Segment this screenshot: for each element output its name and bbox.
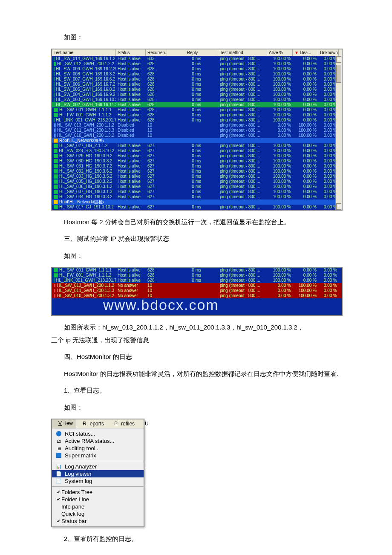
status-text: Host is alive	[116, 164, 146, 169]
table-row[interactable]: HL_SW_012_GWH_200.1.2.2Host is alive6280…	[52, 61, 342, 66]
status-icon	[54, 62, 56, 66]
recurrences: 627	[146, 153, 167, 159]
scroll-up-icon[interactable]: ▲	[336, 56, 341, 63]
col-testname[interactable]: Test name	[52, 49, 116, 56]
recurrences: 627	[146, 143, 167, 148]
scroll-down-icon[interactable]: ▼	[336, 203, 341, 210]
menu-item[interactable]: 🟦Super matrix	[52, 452, 144, 459]
table-row[interactable]: HL_SW_004_GWH_169.16.9.2Host is alive628…	[52, 92, 342, 97]
table-row[interactable]: HL_SW_033_HG_190.3.5.2Host is alive6270 …	[52, 174, 342, 179]
col-unknown[interactable]: Unknown ... ▲	[318, 49, 339, 56]
table-row[interactable]: HL_SW_027_HG_2.1.1.2Host is alive6270 ms…	[52, 143, 342, 148]
table-row[interactable]: HL_FW_001_GWH_1.1.1.2Host is alive6280 m…	[52, 273, 342, 278]
recurrences: 627	[146, 205, 167, 210]
col-method[interactable]: Test method	[218, 49, 267, 56]
table-row[interactable]: Root\HL_Network\国检\	[52, 199, 342, 205]
col-reply[interactable]: Reply	[167, 49, 218, 56]
menu-icon: 🟦	[55, 453, 62, 459]
scrollbar[interactable]: ▲ ▼	[335, 56, 342, 210]
col-alive[interactable]: Alive %	[267, 49, 293, 56]
table-row[interactable]: HL_SW_003_GWH_169.16.10.2Host is alive62…	[52, 97, 342, 102]
table-row[interactable]: HL_SW_034_HG_190.3.3.2Host is alive6270 …	[52, 194, 342, 199]
table-row[interactable]: HL_SW_005_GWH_169.16.8.2Host is alive628…	[52, 87, 342, 92]
menu-reports[interactable]: Reports	[76, 419, 107, 428]
method: ping (timeout - 800 ...	[218, 118, 267, 123]
alive-pct: 100.00 %	[267, 82, 293, 87]
table-row[interactable]: HL_SW_014_GWH_169.16.1.2Host is alive633…	[52, 56, 342, 61]
table-row[interactable]: HL_SW_037_HG_190.3.1.3Host is alive6270 …	[52, 189, 342, 194]
menu-item[interactable]: 📊Log Analyzer	[52, 463, 144, 470]
menu-label: RCI status...	[65, 431, 95, 437]
reply: 0 ms	[167, 92, 218, 97]
alive-pct: 100.00 %	[267, 87, 293, 92]
menu-item[interactable]: 🗂Active RMA status...	[52, 437, 144, 445]
status-icon	[54, 87, 55, 92]
menu-item[interactable]: 📄Log viewer	[52, 470, 144, 477]
reply	[167, 133, 218, 138]
table-row[interactable]: HL_SW_013_GWH_200.1.1.2Disabled10ping (t…	[52, 123, 342, 128]
recurrences: 10	[146, 293, 167, 298]
table-row[interactable]: HL_SW_001_GWH_1.1.1.1Host is alive6280 m…	[52, 268, 342, 273]
table-row[interactable]: HL_SW_011_GWH_200.1.3.3No answer10ping (…	[52, 288, 342, 293]
method: ping (timeout - 800 ...	[218, 278, 267, 283]
table-row[interactable]: HL_SW_032_HG_190.3.6.2Host is alive6270 …	[52, 169, 342, 174]
table-row[interactable]: HL_SW_010_GWH_200.1.3.2No answer10ping (…	[52, 293, 342, 298]
recurrences: 628	[146, 113, 167, 118]
table-row[interactable]: HL_SW_009_GWH_169.16.2.253Host is alive6…	[52, 66, 342, 72]
alive-pct: 100.00 %	[267, 184, 293, 189]
table-row[interactable]: HL_SW_029_HG_190.3.9.2Host is alive6270 …	[52, 153, 342, 159]
table-row[interactable]: HL_SW_010_GWH_200.1.3.2Disabled10ping (t…	[52, 133, 342, 138]
menu-label: Super matrix	[65, 452, 96, 459]
menu-item[interactable]: ✔Folders Tree	[52, 489, 144, 496]
menu-u-cut[interactable]: U	[138, 419, 156, 428]
status-text: Host is alive	[116, 77, 146, 82]
status-icon	[54, 77, 55, 81]
menu-item[interactable]: ✔Folder Line	[52, 496, 144, 503]
col-status[interactable]: Status	[116, 49, 146, 56]
menu-item[interactable]: Quick log	[52, 510, 144, 517]
table-row[interactable]: HL_SW_011_GWH_200.1.3.3Disabled10ping (t…	[52, 128, 342, 133]
alive-pct: 100.00 %	[267, 72, 293, 77]
table-row[interactable]: HL_SW_028_HG_190.3.10.2Host is alive6270…	[52, 148, 342, 153]
dead-pct: 0.00 %	[293, 87, 318, 92]
method: ping (timeout - 800 ...	[218, 128, 267, 133]
menu-item[interactable]: ✔Status bar	[52, 517, 144, 525]
menu-label: Auditing tool...	[65, 445, 100, 451]
table-row[interactable]: Root\HL_Network\海关\	[52, 138, 342, 143]
menu-item[interactable]: Info pane	[52, 503, 144, 510]
table-row[interactable]: HL_LINK_001_GWH_218.201.74.33Host is ali…	[52, 278, 342, 283]
table-row[interactable]: HL_SW_006_GWH_169.16.7.2Host is alive628…	[52, 82, 342, 87]
table-row[interactable]: HL_SW_035_HG_190.3.2.2Host is alive6270 …	[52, 179, 342, 184]
status-icon	[54, 82, 55, 87]
method: ping (timeout - 800 ...	[218, 72, 267, 77]
col-recurrences[interactable]: Recurren...	[146, 49, 167, 56]
menu-label: Info pane	[61, 503, 84, 510]
menu-item[interactable]: 🖥Auditing tool...	[52, 445, 144, 452]
table-row[interactable]: HL_SW_008_GWH_169.16.3.2Host is alive628…	[52, 72, 342, 77]
table-row[interactable]: HL_SW_001_GWH_1.1.1.1Host is alive6280 m…	[52, 107, 342, 113]
test-name: HL_SW_002_GWH_169.16.11.2	[56, 102, 116, 107]
col-dead[interactable]: ▼ Dea...	[293, 49, 318, 56]
menu-view[interactable]: View	[52, 419, 76, 428]
reply: 0 ms	[167, 61, 218, 66]
table-row[interactable]: HL_SW_002_GWH_169.16.11.2Host is alive62…	[52, 102, 342, 107]
status-text: Host is alive	[116, 153, 146, 159]
table-row[interactable]: HL_FW_001_GWH_1.1.1.2Host is alive6280 m…	[52, 113, 342, 118]
table-row[interactable]: HL_SW_017_GJ_191.3.10.2Host is alive6270…	[52, 205, 342, 210]
table-row[interactable]: HL_SW_031_HG_190.3.7.2Host is alive6270 …	[52, 164, 342, 169]
table-row[interactable]: HL_SW_030_HG_190.3.8.2Host is alive6270 …	[52, 159, 342, 164]
menu-item[interactable]: 🔵RCI status...	[52, 430, 144, 437]
table-row[interactable]: HL_SW_013_GWH_200.1.1.2No answer10ping (…	[52, 283, 342, 288]
status-text: Host is alive	[116, 107, 146, 113]
table-row[interactable]: HL_SW_036_HG_190.3.1.2Host is alive6270 …	[52, 184, 342, 189]
dead-pct: 0.00 %	[293, 56, 318, 61]
table-row[interactable]: HL_LINK_001_GWH_218.201.74.33Host is ali…	[52, 118, 342, 123]
status-icon	[54, 118, 55, 122]
alive-pct: 0.00 %	[267, 128, 293, 133]
menu-profiles[interactable]: Profiles	[107, 419, 138, 428]
alive-pct: 100.00 %	[267, 189, 293, 194]
table-row[interactable]: HL_SW_007_GWH_169.16.6.2Host is alive628…	[52, 77, 342, 82]
scroll-thumb[interactable]	[336, 65, 341, 83]
check-icon: ✔	[55, 518, 61, 524]
menu-item[interactable]: 📄System log	[52, 477, 144, 485]
